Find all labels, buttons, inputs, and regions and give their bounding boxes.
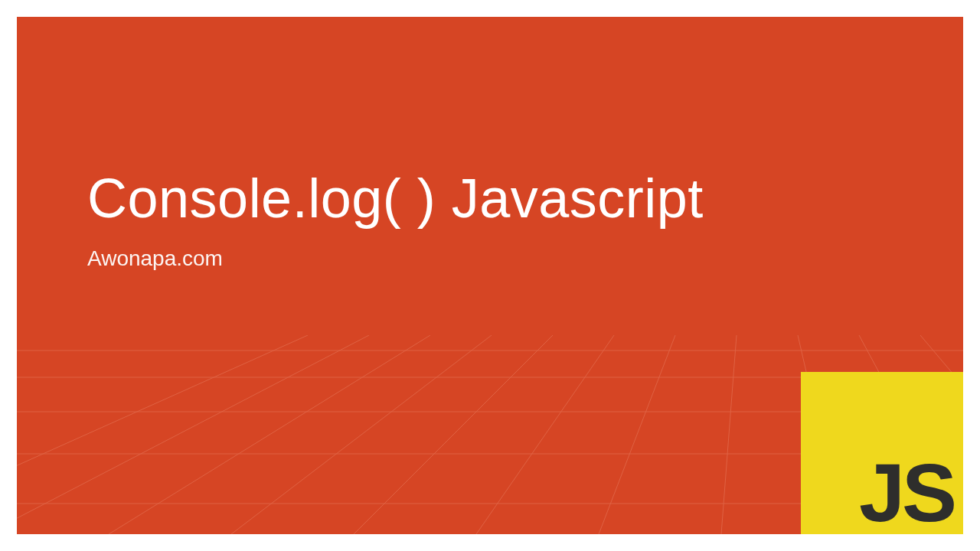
slide-title: Console.log( ) Javascript (87, 170, 704, 228)
svg-line-1 (17, 335, 369, 534)
svg-line-2 (109, 335, 430, 534)
js-logo-text: JS (859, 455, 954, 530)
js-logo: JS (801, 372, 963, 534)
svg-line-6 (599, 335, 675, 534)
slide: Console.log( ) Javascript Awonapa.com JS (17, 17, 963, 534)
title-block: Console.log( ) Javascript Awonapa.com (87, 170, 704, 271)
slide-subtitle: Awonapa.com (87, 246, 704, 271)
svg-line-3 (231, 335, 492, 534)
svg-line-5 (476, 335, 614, 534)
svg-line-4 (354, 335, 553, 534)
svg-line-0 (17, 335, 308, 534)
svg-line-7 (721, 335, 737, 534)
